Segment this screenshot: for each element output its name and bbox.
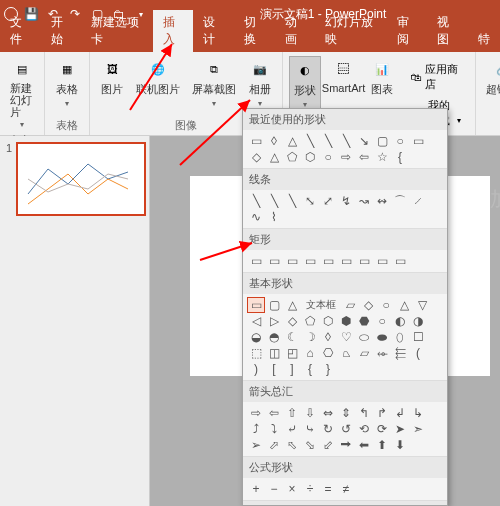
tab-anim[interactable]: 动画	[275, 10, 316, 52]
shape-item[interactable]: ◒	[247, 329, 265, 345]
shape-item[interactable]: ]	[283, 361, 301, 377]
shape-item[interactable]: ≠	[337, 481, 355, 497]
shape-item[interactable]: △	[265, 149, 283, 165]
shape-item[interactable]: ⬁	[283, 437, 301, 453]
shape-item[interactable]: ↳	[409, 405, 427, 421]
shape-item[interactable]: ○	[373, 313, 391, 329]
shape-item[interactable]: ⬠	[301, 313, 319, 329]
shape-item[interactable]: ↺	[337, 421, 355, 437]
shape-item[interactable]: ▭	[337, 253, 355, 269]
shape-item[interactable]: ⇦	[355, 149, 373, 165]
shape-item[interactable]: ☆	[373, 149, 391, 165]
shape-item[interactable]: ⟳	[373, 421, 391, 437]
table-button[interactable]: ▦ 表格 ▾	[51, 56, 83, 110]
shape-item[interactable]: ◁	[247, 313, 265, 329]
shape-item[interactable]: ◊	[265, 133, 283, 149]
shape-item[interactable]: ⬡	[301, 149, 319, 165]
shape-item[interactable]: ⬂	[301, 437, 319, 453]
thumb-slide-1[interactable]	[16, 142, 146, 216]
shape-item[interactable]: ⟲	[355, 421, 373, 437]
shape-item[interactable]: ▭	[247, 297, 265, 313]
shape-item[interactable]: [	[265, 361, 283, 377]
shape-item[interactable]: ◇	[359, 297, 377, 313]
chart-button[interactable]: 📊 图表	[366, 56, 398, 99]
shapes-button[interactable]: ◐ 形状 ▾	[289, 56, 321, 112]
shape-item[interactable]: ╲	[265, 193, 283, 209]
shape-item[interactable]: ▭	[247, 253, 265, 269]
shape-item[interactable]: ☐	[409, 329, 427, 345]
shape-item[interactable]: ⬯	[391, 329, 409, 345]
shape-item[interactable]: ⤴	[247, 421, 265, 437]
shape-item[interactable]: ⬱	[391, 345, 409, 361]
shape-item[interactable]: ↻	[319, 421, 337, 437]
shape-item[interactable]: ➢	[247, 437, 265, 453]
shape-item[interactable]: ⤶	[283, 421, 301, 437]
shape-item[interactable]: ⬚	[247, 345, 265, 361]
shape-item[interactable]: ▭	[355, 253, 373, 269]
shape-item[interactable]: ▷	[265, 313, 283, 329]
picture-button[interactable]: 🖼 图片	[96, 56, 128, 99]
shape-item[interactable]: ⤷	[301, 421, 319, 437]
shape-item[interactable]: ▭	[409, 133, 427, 149]
shape-item[interactable]: ⇧	[283, 405, 301, 421]
shape-item[interactable]: ↲	[391, 405, 409, 421]
shape-item[interactable]: ◇	[283, 313, 301, 329]
tab-transition[interactable]: 切换	[234, 10, 275, 52]
shape-item[interactable]: ↱	[373, 405, 391, 421]
shape-item[interactable]: ▢	[373, 133, 391, 149]
shape-item[interactable]: ╲	[337, 133, 355, 149]
shape-item[interactable]: −	[265, 481, 283, 497]
shape-item[interactable]: ⇨	[247, 405, 265, 421]
tab-design[interactable]: 设计	[193, 10, 234, 52]
shape-item[interactable]: ╲	[283, 193, 301, 209]
tab-home[interactable]: 开始	[41, 10, 82, 52]
shape-item[interactable]: ▭	[301, 253, 319, 269]
shape-item[interactable]: ○	[319, 149, 337, 165]
shape-item[interactable]: ◐	[391, 313, 409, 329]
shape-item[interactable]: ▭	[265, 253, 283, 269]
shape-item[interactable]: ⇦	[265, 405, 283, 421]
shape-item[interactable]: ▭	[247, 133, 265, 149]
tab-review[interactable]: 审阅	[387, 10, 428, 52]
shape-item[interactable]: ⎔	[319, 345, 337, 361]
shape-item[interactable]: ÷	[301, 481, 319, 497]
screenshot-button[interactable]: ⧉ 屏幕截图 ▾	[188, 56, 240, 110]
shape-item[interactable]: ⬃	[319, 437, 337, 453]
shape-item[interactable]: ⌂	[301, 345, 319, 361]
shape-item[interactable]: ⬀	[265, 437, 283, 453]
shape-item[interactable]: ⬰	[373, 345, 391, 361]
shape-item[interactable]: ◇	[247, 149, 265, 165]
tab-slideshow[interactable]: 幻灯片放映	[315, 10, 387, 52]
shape-item[interactable]: {	[301, 361, 319, 377]
shape-item[interactable]: ◊	[319, 329, 337, 345]
shape-item[interactable]: ╲	[301, 133, 319, 149]
shape-item[interactable]: ⇕	[337, 405, 355, 421]
shape-item[interactable]: ▭	[391, 253, 409, 269]
shape-item[interactable]: ↯	[337, 193, 355, 209]
shape-item[interactable]: ⇩	[301, 405, 319, 421]
shape-item[interactable]: ×	[283, 481, 301, 497]
shape-item[interactable]: ○	[391, 133, 409, 149]
shape-item[interactable]: △	[283, 297, 301, 313]
shape-item[interactable]: ⬣	[355, 313, 373, 329]
shape-item[interactable]: ◫	[265, 345, 283, 361]
shape-item[interactable]: ◓	[265, 329, 283, 345]
shape-item[interactable]: ⏥	[355, 345, 373, 361]
shape-item[interactable]: ↰	[355, 405, 373, 421]
shape-item[interactable]: ⇨	[337, 149, 355, 165]
album-button[interactable]: 📷 相册 ▾	[244, 56, 276, 110]
shape-item[interactable]: ▢	[265, 297, 283, 313]
shape-item[interactable]: ╲	[247, 193, 265, 209]
tab-insert[interactable]: 插入	[153, 10, 194, 52]
shape-item[interactable]: ╲	[319, 133, 337, 149]
shape-item[interactable]: ➤	[391, 421, 409, 437]
store-button[interactable]: 🛍应用商店	[406, 60, 465, 94]
shape-item[interactable]: ⤡	[301, 193, 319, 209]
shape-item[interactable]: =	[319, 481, 337, 497]
shape-item[interactable]: ↘	[355, 133, 373, 149]
shape-item[interactable]: ⬇	[391, 437, 409, 453]
tab-file[interactable]: 文件	[0, 10, 41, 52]
shape-item[interactable]: ⬭	[355, 329, 373, 345]
shape-item[interactable]: ▱	[341, 297, 359, 313]
shape-textbox[interactable]: 文本框	[301, 297, 341, 313]
